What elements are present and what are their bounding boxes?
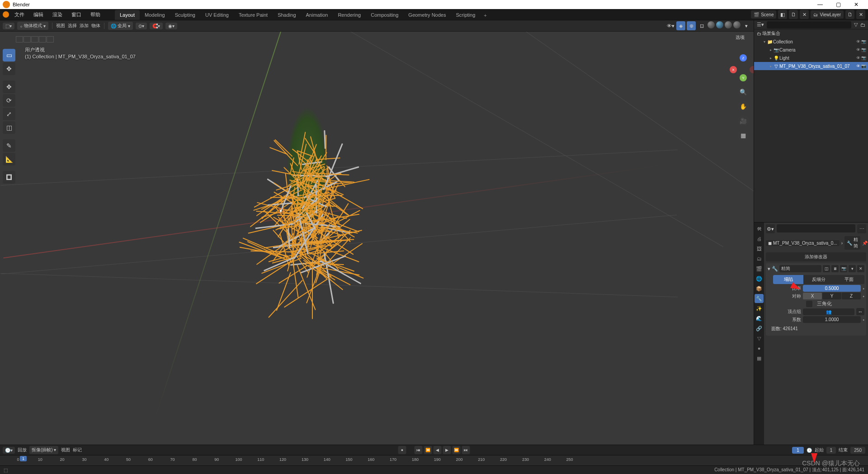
timeline-view-menu[interactable]: 视图 (61, 447, 70, 453)
vgroup-invert-icon[interactable]: ↔ (856, 308, 864, 315)
shade-matpreview-icon[interactable] (725, 21, 732, 28)
modifier-name-field[interactable]: 精简 (779, 265, 821, 272)
mod-delete-icon[interactable]: ✕ (857, 265, 864, 272)
outliner-search[interactable] (767, 21, 851, 28)
add-modifier-button[interactable]: 添加修改器 (766, 252, 866, 261)
persp-ortho-icon[interactable]: ▦ (737, 129, 749, 141)
crumb-object[interactable]: ◼ MT_PM_V38_Oryza_sativa_0... (766, 240, 840, 246)
mod-editmode-icon[interactable]: 🖥 (831, 265, 839, 272)
menu-file[interactable]: 文件 (11, 10, 28, 19)
autokey-icon[interactable]: ● (398, 446, 406, 454)
axis-z-button[interactable]: Z (842, 293, 861, 299)
close-button[interactable]: ✕ (847, 1, 865, 8)
menu-edit[interactable]: 编辑 (30, 10, 47, 19)
outliner-editor-icon[interactable]: ☰▾ (757, 22, 764, 28)
shade-rendered-icon[interactable] (733, 21, 741, 28)
mod-cage-icon[interactable]: ◫ (823, 265, 830, 272)
object-menu[interactable]: 物体 (91, 23, 100, 29)
timeline-marker-menu[interactable]: 标记 (73, 447, 82, 453)
orientation-selector[interactable]: 🌐 全局 ▾ (108, 22, 133, 30)
ptab-scene[interactable]: 🎬 (755, 264, 764, 273)
select-menu[interactable]: 选择 (68, 23, 77, 29)
shade-wireframe-icon[interactable] (708, 21, 715, 28)
scene-new-icon[interactable]: 🗋 (789, 10, 798, 19)
outliner-scene-collection[interactable]: 🗀 场景集合 (754, 29, 868, 38)
ptab-constraints[interactable]: 🔗 (755, 324, 764, 333)
ptab-object[interactable]: 📦 (755, 284, 764, 293)
scene-browse-icon[interactable]: ◧ (778, 10, 787, 19)
tab-rendering[interactable]: Rendering (333, 10, 366, 20)
view-menu[interactable]: 视图 (56, 23, 65, 29)
ptab-data[interactable]: ▽ (755, 334, 764, 343)
scene-selector[interactable]: 🎬 Scene (751, 10, 776, 19)
add-workspace-button[interactable]: + (480, 11, 490, 20)
select-mode-buttons[interactable] (16, 36, 54, 43)
axis-y-button[interactable]: Y (822, 293, 841, 299)
xray-icon[interactable]: ⊡ (697, 21, 706, 30)
tab-geonodes[interactable]: Geometry Nodes (403, 10, 451, 20)
keyframe-next-icon[interactable]: ⏩ (453, 446, 461, 454)
properties-search[interactable] (777, 224, 855, 232)
timeline-editor-icon[interactable]: 🕒▾ (3, 447, 15, 454)
end-frame-field[interactable]: 250 (850, 447, 865, 454)
pivot-selector[interactable]: ⊙▾ (136, 23, 147, 29)
snap-toggle[interactable]: 🧲▾ (150, 23, 163, 29)
proportional-toggle[interactable]: ◉▾ (165, 23, 177, 29)
mod-realtime-icon[interactable]: 📷 (840, 265, 847, 272)
current-frame-field[interactable]: 1 (792, 447, 804, 454)
options-dropdown[interactable]: 选项 (736, 34, 745, 41)
timeline-play-menu[interactable]: 回放 (18, 447, 27, 453)
shade-solid-icon[interactable] (716, 21, 723, 28)
keyframe-prev-icon[interactable]: ⏪ (424, 446, 432, 454)
add-menu[interactable]: 添加 (80, 23, 89, 29)
ptab-texture[interactable]: ▦ (755, 354, 764, 363)
menu-window[interactable]: 窗口 (68, 10, 85, 19)
tab-compositing[interactable]: Compositing (366, 10, 403, 20)
ptab-tool[interactable]: 🛠 (755, 224, 764, 233)
viewlayer-selector[interactable]: 🗂 ViewLayer (811, 10, 844, 19)
ratio-anim-icon[interactable]: • (863, 286, 864, 291)
outliner-item[interactable]: ▾📁Collection👁📷 (754, 38, 868, 46)
minimize-button[interactable]: — (811, 1, 829, 8)
play-icon[interactable]: ▶ (443, 446, 451, 454)
maximize-button[interactable]: ▢ (829, 1, 847, 8)
tab-animation[interactable]: Animation (301, 10, 333, 20)
tab-uv[interactable]: UV Editing (200, 10, 234, 20)
tool-annotate[interactable]: ✎ (3, 139, 15, 152)
axis-y-icon[interactable]: Y (740, 74, 747, 81)
zoom-icon[interactable]: 🔍 (737, 86, 749, 98)
outliner-item[interactable]: ▸📷Camera👁📷 (754, 46, 868, 54)
overlay-toggle-icon[interactable]: ⊕ (687, 21, 696, 30)
tool-addcube[interactable]: 🞐 (3, 171, 15, 184)
ptab-world[interactable]: 🌐 (755, 274, 764, 283)
mode-collapse[interactable]: 塌陷 (773, 275, 803, 284)
ptab-output[interactable]: 🖼 (755, 244, 764, 253)
ptab-physics[interactable]: 🌊 (755, 314, 764, 323)
ptab-particles[interactable]: ✨ (755, 304, 764, 313)
outliner-filter-icon[interactable]: ▽ (854, 22, 858, 28)
mode-unsubdiv[interactable]: 反细分 (803, 275, 834, 284)
tool-transform[interactable]: ◫ (3, 121, 15, 134)
mod-menu-icon[interactable]: ▾ (849, 265, 856, 272)
gizmo-toggle-icon[interactable]: ◈ (676, 21, 685, 30)
timeline-keying-menu[interactable]: 抠像(插帧) ▾ (29, 446, 58, 454)
nav-gizmo[interactable]: Z X Y (730, 54, 754, 81)
axis-x-neg-icon[interactable] (750, 66, 754, 73)
3d-viewport[interactable]: 选项 用户透视 (1) Collection | MT_PM_V38_Oryza… (0, 32, 754, 445)
triangulate-checkbox[interactable] (806, 301, 812, 307)
tool-cursor[interactable]: ✥ (3, 62, 15, 75)
mode-selector[interactable]: ⬦ 物体模式 ▾ (17, 22, 48, 30)
jump-end-icon[interactable]: ⏭ (462, 446, 470, 454)
tool-move[interactable]: ✥ (3, 81, 15, 93)
scene-delete-icon[interactable]: ✕ (800, 10, 809, 19)
jump-start-icon[interactable]: ⏮ (415, 446, 423, 454)
ratio-field[interactable]: 0.5000 (803, 285, 861, 292)
tab-layout[interactable]: Layout (115, 10, 140, 20)
preview-range-icon[interactable]: 🕓 (807, 448, 812, 453)
camera-view-icon[interactable]: 🎥 (737, 115, 749, 127)
pin-icon[interactable]: 📌 (862, 241, 868, 246)
menu-help[interactable]: 帮助 (87, 10, 104, 19)
props-options-icon[interactable]: ⋯ (857, 224, 866, 233)
sym-anim-icon[interactable]: • (863, 294, 864, 299)
tab-shading[interactable]: Shading (273, 10, 301, 20)
